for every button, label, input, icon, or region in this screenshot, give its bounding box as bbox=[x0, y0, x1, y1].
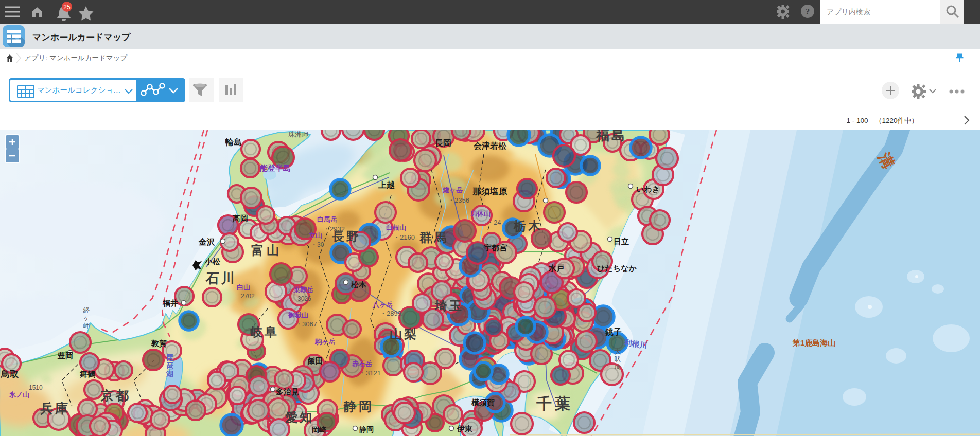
svg-text:琵琶湖: 琵琶湖 bbox=[166, 353, 173, 378]
svg-text:・3067: ・3067 bbox=[295, 320, 317, 328]
svg-text:山梨: 山梨 bbox=[390, 327, 418, 341]
svg-text:氷ノ山: 氷ノ山 bbox=[9, 391, 29, 398]
svg-text:白山: 白山 bbox=[237, 283, 250, 291]
svg-text:いわき: いわき bbox=[636, 185, 660, 194]
svg-text:群馬: 群馬 bbox=[419, 230, 448, 244]
svg-text:兵庫: 兵庫 bbox=[40, 401, 70, 415]
svg-text:・2899: ・2899 bbox=[380, 310, 401, 317]
svg-text:・30: ・30 bbox=[311, 241, 324, 248]
svg-text:静岡: 静岡 bbox=[359, 425, 374, 433]
svg-text:珠洲岬: 珠洲岬 bbox=[288, 131, 308, 138]
svg-text:乗鞍岳: 乗鞍岳 bbox=[293, 286, 313, 294]
svg-text:多治見: 多治見 bbox=[276, 387, 299, 396]
svg-text:小松: 小松 bbox=[204, 257, 221, 266]
svg-text:金沢: 金沢 bbox=[198, 238, 215, 246]
svg-text:高岡: 高岡 bbox=[233, 214, 248, 223]
svg-text:輪島: 輪島 bbox=[225, 138, 242, 147]
svg-text:白馬岳: 白馬岳 bbox=[317, 215, 337, 223]
svg-text:松本: 松本 bbox=[351, 280, 367, 289]
svg-text:静岡: 静岡 bbox=[343, 399, 374, 413]
svg-text:燧ヶ岳: 燧ヶ岳 bbox=[442, 186, 463, 194]
svg-text:八ヶ岳: 八ヶ岳 bbox=[372, 301, 393, 308]
svg-text:舞鶴: 舞鶴 bbox=[79, 370, 95, 378]
svg-text:飯田: 飯田 bbox=[307, 356, 323, 365]
svg-text:伊東: 伊東 bbox=[457, 424, 473, 433]
svg-text:・2160: ・2160 bbox=[393, 233, 415, 241]
svg-text:経ヶ岬: 経ヶ岬 bbox=[83, 306, 90, 330]
svg-text:ひたちなか: ひたちなか bbox=[597, 264, 637, 273]
svg-text:横須賀: 横須賀 bbox=[471, 398, 495, 407]
svg-text:石川: 石川 bbox=[205, 270, 237, 286]
svg-text:那須塩原: 那須塩原 bbox=[472, 187, 507, 196]
svg-text:埼玉: 埼玉 bbox=[434, 299, 464, 313]
svg-text:能登半島: 能登半島 bbox=[260, 164, 291, 172]
svg-text:岐阜: 岐阜 bbox=[250, 325, 279, 339]
svg-text:岡崎: 岡崎 bbox=[312, 426, 326, 434]
svg-text:赤石岳: 赤石岳 bbox=[352, 360, 372, 368]
svg-text:25: 25 bbox=[63, 4, 71, 11]
svg-text:1510: 1510 bbox=[29, 384, 43, 391]
svg-text:第1鹿島海山: 第1鹿島海山 bbox=[792, 338, 835, 347]
svg-text:男体山: 男体山 bbox=[470, 210, 491, 217]
svg-text:銚子: 銚子 bbox=[605, 328, 622, 336]
svg-text:日立: 日立 bbox=[614, 237, 629, 246]
svg-text:3026: 3026 bbox=[297, 295, 311, 302]
svg-text:上越: 上越 bbox=[378, 180, 395, 189]
svg-text:駒ヶ岳: 駒ヶ岳 bbox=[314, 338, 335, 346]
svg-text:御嶽山: 御嶽山 bbox=[288, 311, 308, 319]
svg-text:福島: 福島 bbox=[596, 130, 627, 143]
svg-text:京都: 京都 bbox=[100, 388, 131, 403]
svg-text:愛知: 愛知 bbox=[285, 410, 314, 424]
svg-text:宇都宮: 宇都宮 bbox=[484, 243, 507, 252]
svg-text:長野: 長野 bbox=[331, 229, 361, 243]
svg-text:水戸: 水戸 bbox=[548, 264, 564, 272]
svg-text:・2356: ・2356 bbox=[448, 196, 469, 204]
svg-text:栃木: 栃木 bbox=[513, 219, 542, 233]
svg-text:?: ? bbox=[806, 7, 810, 16]
svg-text:鳥取: 鳥取 bbox=[1, 369, 19, 379]
svg-text:長岡: 長岡 bbox=[434, 139, 451, 148]
svg-text:千葉: 千葉 bbox=[536, 395, 573, 412]
svg-text:・3121: ・3121 bbox=[359, 369, 381, 377]
svg-text:白根山: 白根山 bbox=[386, 224, 406, 231]
svg-text:大吠埼: 大吠埼 bbox=[614, 348, 621, 371]
svg-text:豊岡: 豊岡 bbox=[57, 351, 73, 360]
svg-text:福井: 福井 bbox=[162, 299, 178, 307]
svg-text:富山: 富山 bbox=[251, 243, 282, 257]
svg-text:・24: ・24 bbox=[487, 219, 501, 226]
svg-text:敦賀: 敦賀 bbox=[151, 339, 167, 348]
svg-text:立山: 立山 bbox=[308, 231, 322, 239]
svg-text:2702: 2702 bbox=[241, 293, 255, 300]
svg-text:会津若松: 会津若松 bbox=[473, 141, 507, 150]
